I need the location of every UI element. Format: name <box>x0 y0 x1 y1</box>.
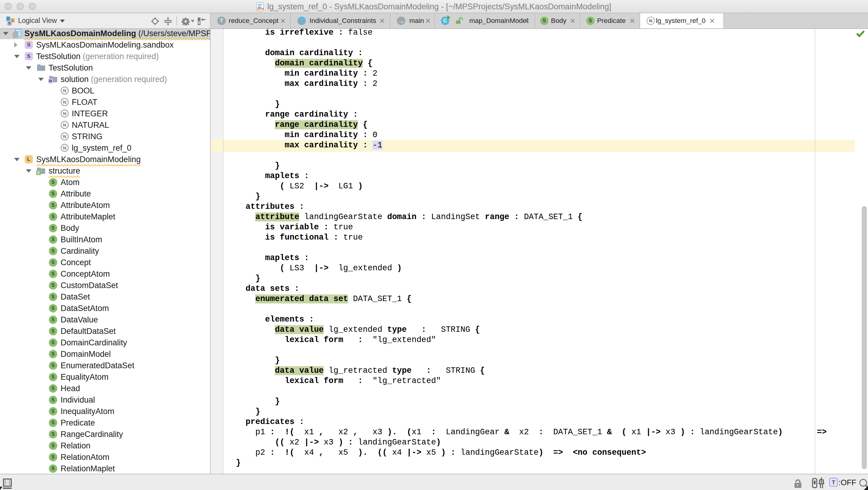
svg-text:T: T <box>797 484 799 487</box>
